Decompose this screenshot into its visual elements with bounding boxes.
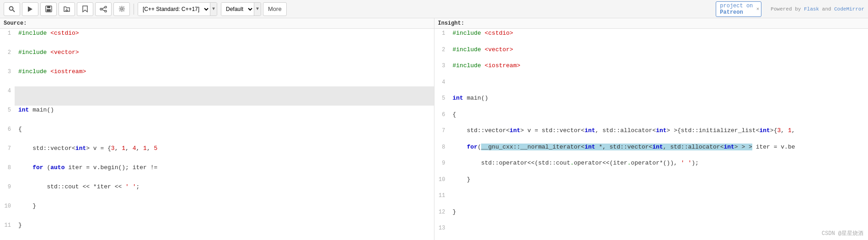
source-line-11: 11 }	[0, 221, 434, 240]
search-button[interactable]	[4, 2, 20, 16]
flask-link[interactable]: Flask	[804, 6, 819, 12]
patreon-link[interactable]: Patreon	[720, 9, 743, 16]
source-line-4: 4	[0, 86, 434, 106]
insight-line-11: 11	[434, 191, 868, 208]
codemirror-link[interactable]: CodeMirror	[834, 6, 864, 12]
svg-rect-5	[47, 9, 51, 11]
insight-line-1: 1 #include <cstdio>	[434, 29, 868, 45]
source-line-2: 2 #include <vector>	[0, 48, 434, 67]
insight-line-8: 8 for(__gnu_cxx::__normal_iterator<int *…	[434, 143, 868, 159]
patreon-text: project on	[720, 3, 753, 9]
patreon-close-button[interactable]: ×	[756, 6, 760, 12]
main-content: Source: 1 #include <cstdio> 2 #include <…	[0, 18, 868, 240]
source-editor[interactable]: 1 #include <cstdio> 2 #include <vector> …	[0, 29, 434, 240]
insight-line-3: 3 #include <iostream>	[434, 61, 868, 78]
std-dropdown-arrow[interactable]: ▼	[210, 3, 217, 16]
powered-by: Powered by Flask and CodeMirror	[771, 6, 864, 12]
std-select[interactable]: [C++ Standard: C++17]	[138, 3, 210, 16]
source-label: Source:	[0, 18, 434, 29]
svg-point-0	[10, 6, 13, 10]
insight-panel: Insight: 1 #include <cstdio> 2 #include …	[434, 18, 868, 240]
load-button[interactable]	[59, 2, 75, 16]
source-line-9: 9 std::cout << *iter << ' ';	[0, 182, 434, 202]
svg-point-13	[121, 8, 123, 10]
insight-line-13: 13	[434, 224, 868, 240]
bookmark-button[interactable]	[77, 2, 93, 16]
svg-rect-4	[47, 6, 50, 8]
insight-line-10: 10 }	[434, 175, 868, 192]
source-line-7: 7 std::vector<int> v = {3, 1, 4, 1, 5	[0, 144, 434, 163]
svg-point-10	[105, 10, 107, 12]
run-button[interactable]	[22, 2, 38, 16]
insight-code-lines: 1 #include <cstdio> 2 #include <vector> …	[434, 29, 868, 240]
insight-line-9: 9 std::operator<<(std::cout.operator<<(i…	[434, 159, 868, 175]
svg-point-9	[105, 6, 107, 8]
source-line-8: 8 for (auto iter = v.begin(); iter !=	[0, 163, 434, 182]
insight-editor[interactable]: 1 #include <cstdio> 2 #include <vector> …	[434, 29, 868, 240]
more-button[interactable]: More	[263, 2, 287, 16]
source-line-5: 5 int main()	[0, 106, 434, 125]
settings-button[interactable]	[113, 2, 130, 16]
save-button[interactable]	[40, 2, 57, 16]
std-selector[interactable]: [C++ Standard: C++17] ▼	[138, 2, 217, 16]
svg-marker-2	[28, 6, 32, 12]
source-line-1: 1 #include <cstdio>	[0, 29, 434, 48]
patreon-badge: project on Patreon ×	[716, 1, 761, 17]
svg-line-11	[102, 7, 105, 9]
toolbar: [C++ Standard: C++17] ▼ Default ▼ More p…	[0, 0, 868, 18]
svg-line-12	[102, 10, 105, 11]
insight-line-12: 12 }	[434, 208, 868, 224]
source-panel: Source: 1 #include <cstdio> 2 #include <…	[0, 18, 434, 240]
source-line-10: 10 }	[0, 202, 434, 221]
default-selector[interactable]: Default ▼	[221, 2, 261, 16]
svg-point-8	[100, 8, 102, 10]
insight-line-7: 7 std::vector<int> v = std::vector<int, …	[434, 126, 868, 143]
share-button[interactable]	[95, 2, 112, 16]
source-code-lines: 1 #include <cstdio> 2 #include <vector> …	[0, 29, 434, 240]
source-line-3: 3 #include <iostream>	[0, 67, 434, 86]
default-select[interactable]: Default	[221, 3, 254, 16]
insight-line-4: 4	[434, 78, 868, 94]
insight-label: Insight:	[434, 18, 868, 29]
insight-line-2: 2 #include <vector>	[434, 45, 868, 62]
separator-1	[134, 4, 134, 15]
insight-line-5: 5 int main()	[434, 94, 868, 110]
watermark: CSDN @星星烧酒	[822, 229, 863, 237]
svg-line-1	[13, 10, 15, 12]
insight-line-6: 6 {	[434, 110, 868, 127]
source-line-6: 6 {	[0, 125, 434, 144]
svg-marker-7	[83, 6, 87, 12]
default-dropdown-arrow[interactable]: ▼	[254, 3, 261, 16]
